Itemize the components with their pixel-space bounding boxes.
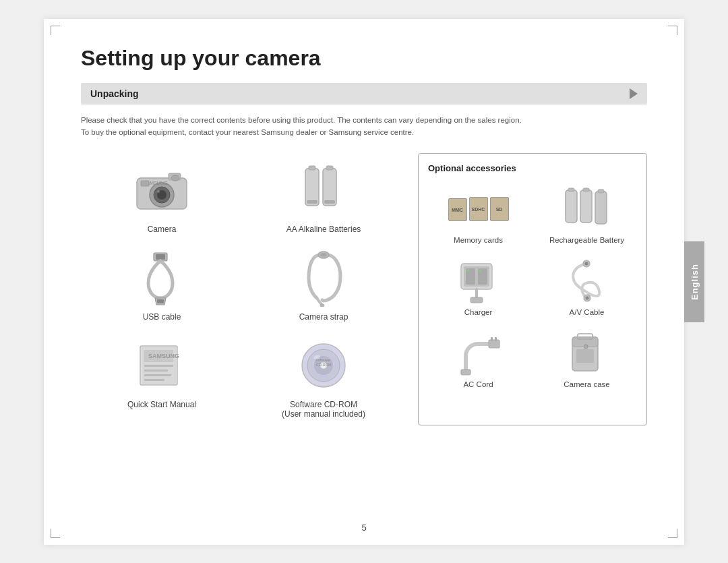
- svg-rect-38: [580, 190, 592, 223]
- page-number: 5: [361, 523, 366, 533]
- memory-cards-label: Memory cards: [454, 236, 503, 244]
- svg-rect-36: [566, 190, 577, 223]
- rechargeable-battery-label: Rechargeable Battery: [549, 236, 624, 244]
- camera-label: Camera: [148, 225, 177, 234]
- sdhc-card: SDHC: [469, 197, 488, 221]
- usb-cable-icon: [128, 247, 195, 308]
- corner-tr: [668, 26, 677, 35]
- section-header-arrow-icon: [630, 88, 638, 99]
- svg-rect-27: [144, 374, 171, 376]
- svg-rect-25: [144, 365, 173, 367]
- svg-text:CD-ROM: CD-ROM: [316, 363, 332, 367]
- standard-items: SAMSUNG Camera: [81, 153, 404, 425]
- svg-point-46: [466, 269, 469, 272]
- page: Setting up your camera Unpacking Please …: [44, 19, 684, 545]
- svg-rect-16: [156, 254, 165, 260]
- svg-point-19: [320, 253, 327, 257]
- svg-rect-12: [323, 169, 336, 206]
- usb-cable-label: USB cable: [143, 312, 181, 322]
- charger-label: Charger: [464, 308, 493, 316]
- list-item: Rechargeable Battery: [534, 180, 640, 249]
- camera-strap-label: Camera strap: [299, 312, 348, 322]
- memory-cards-icon: MMC SDHC SD: [448, 185, 509, 233]
- svg-rect-11: [307, 200, 317, 204]
- svg-rect-41: [598, 189, 604, 193]
- optional-accessories-title: Optional accessories: [425, 163, 640, 173]
- camera-strap-icon: [290, 247, 357, 308]
- content-area: SAMSUNG Camera: [81, 153, 647, 425]
- svg-rect-13: [326, 166, 333, 170]
- list-item: SAMSUNG Camera: [81, 153, 243, 241]
- section-header-title: Unpacking: [90, 88, 139, 99]
- svg-rect-14: [324, 200, 335, 204]
- svg-rect-39: [583, 188, 589, 191]
- camera-case-icon: [557, 330, 617, 377]
- ac-cord-label: AC Cord: [463, 380, 493, 388]
- corner-tl: [51, 26, 60, 35]
- list-item: USB cable: [81, 241, 243, 328]
- batteries-label: AA Alkaline Batteries: [286, 225, 361, 234]
- optional-accessories-box: Optional accessories MMC SDHC SD Memory …: [418, 153, 647, 425]
- svg-rect-61: [576, 349, 594, 363]
- mmc-card: MMC: [448, 198, 467, 221]
- svg-point-47: [479, 269, 481, 272]
- ac-cord-icon: [448, 330, 509, 377]
- list-item: AC Cord: [425, 324, 531, 394]
- english-tab-label: English: [690, 264, 700, 300]
- quick-start-manual-icon: SAMSUNG: [128, 335, 195, 396]
- list-item: AA Alkaline Batteries: [243, 153, 404, 241]
- batteries-icon: [290, 160, 357, 220]
- english-language-tab: English: [684, 241, 704, 322]
- av-cable-label: A/V Cable: [570, 308, 605, 316]
- svg-point-6: [171, 175, 179, 181]
- unpacking-section-header: Unpacking: [81, 83, 647, 105]
- svg-rect-17: [157, 299, 164, 303]
- svg-rect-10: [309, 166, 315, 170]
- list-item: SAMSUNG Quick Start Manual: [81, 328, 243, 425]
- svg-point-53: [586, 297, 589, 300]
- corner-bl: [51, 529, 60, 538]
- svg-rect-26: [144, 369, 168, 372]
- software-cdrom-icon: Software CD-ROM: [290, 335, 357, 396]
- list-item: A/V Cable: [534, 252, 640, 322]
- svg-rect-9: [305, 169, 319, 206]
- svg-rect-57: [461, 369, 471, 375]
- page-title: Setting up your camera: [81, 46, 647, 71]
- svg-rect-49: [471, 297, 483, 303]
- sd-card: SD: [490, 197, 509, 221]
- list-item: Camera case: [534, 324, 640, 394]
- svg-rect-55: [491, 337, 493, 341]
- charger-icon: [448, 258, 509, 305]
- svg-point-4: [157, 190, 160, 193]
- software-cdrom-label: Software CD-ROM (User manual included): [282, 400, 365, 419]
- svg-rect-54: [489, 340, 499, 348]
- quick-start-manual-label: Quick Start Manual: [127, 400, 196, 409]
- svg-rect-28: [144, 379, 164, 381]
- rechargeable-battery-icon: [557, 185, 617, 233]
- svg-rect-40: [595, 191, 607, 224]
- av-cable-icon: [557, 258, 617, 305]
- optional-accessories-grid: MMC SDHC SD Memory cards: [425, 180, 640, 394]
- svg-rect-37: [568, 188, 574, 191]
- svg-rect-56: [495, 337, 497, 341]
- corner-br: [668, 529, 677, 538]
- items-grid: SAMSUNG Camera: [81, 153, 404, 425]
- svg-text:SAMSUNG: SAMSUNG: [148, 353, 179, 359]
- camera-case-label: Camera case: [564, 380, 609, 388]
- list-item: Software CD-ROM Software CD-ROM (User ma…: [243, 328, 404, 425]
- description-text: Please check that you have the correct c…: [81, 114, 647, 139]
- list-item: Charger: [425, 252, 531, 322]
- svg-rect-8: [141, 181, 149, 186]
- svg-point-20: [320, 304, 324, 307]
- svg-point-62: [584, 345, 588, 349]
- description-line2: To buy the optional equipment, contact y…: [81, 128, 414, 136]
- list-item: MMC SDHC SD Memory cards: [425, 180, 531, 249]
- description-line1: Please check that you have the correct c…: [81, 116, 522, 124]
- svg-point-51: [585, 262, 588, 266]
- camera-icon: SAMSUNG: [128, 160, 195, 220]
- list-item: Camera strap: [243, 241, 404, 328]
